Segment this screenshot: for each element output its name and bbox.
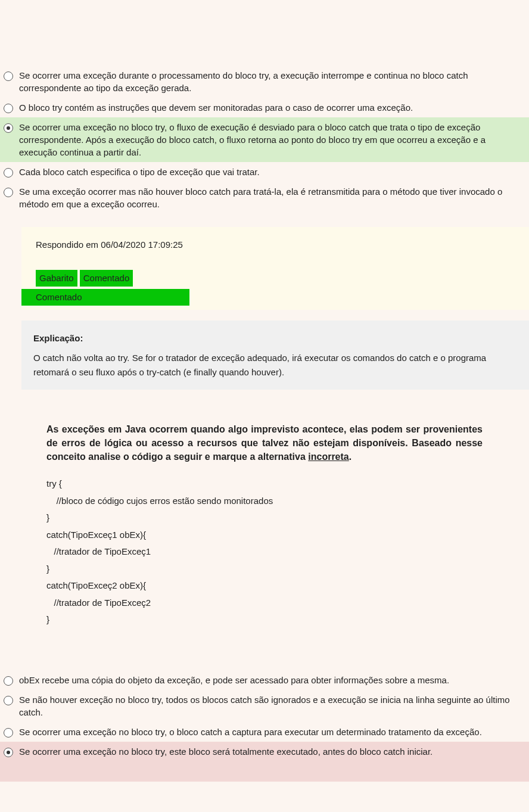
explanation-text: O catch não volta ao try. Se for o trata… xyxy=(33,351,517,379)
q1-option-1[interactable]: O bloco try contém as instruções que dev… xyxy=(0,98,529,117)
q1-option-2-correct[interactable]: Se ocorrer uma exceção no bloco try, o f… xyxy=(0,117,529,162)
q2-block: As exceções em Java ocorrem quando algo … xyxy=(0,390,529,646)
radio-icon xyxy=(4,188,13,197)
radio-icon xyxy=(4,104,13,113)
q2-option-2-text: Se ocorrer uma exceção no bloco try, o b… xyxy=(19,726,529,738)
q2-prompt-underline: incorreta xyxy=(308,452,348,462)
explanation-heading: Explicação: xyxy=(33,331,517,345)
q1-option-2-text: Se ocorrer uma exceção no bloco try, o f… xyxy=(19,121,529,158)
q2-option-3-text: Se ocorrer uma exceção no bloco try, est… xyxy=(19,745,529,758)
info-date: 06/04/2020 17:09:25 xyxy=(101,239,183,250)
comentado-badge-2: Comentado xyxy=(21,289,189,306)
radio-icon xyxy=(4,728,13,738)
q1-option-1-text: O bloco try contém as instruções que dev… xyxy=(19,101,529,114)
radio-icon xyxy=(4,168,13,178)
q1-answer-info: Respondido em 06/04/2020 17:09:25 Gabari… xyxy=(21,227,529,310)
q2-option-0-text: obEx recebe uma cópia do objeto da exceç… xyxy=(19,674,529,686)
q2-code: try { //bloco de código cujos erros estã… xyxy=(46,475,508,629)
q2-prompt-part1: As exceções em Java ocorrem quando algo … xyxy=(46,424,483,462)
gabarito-badge: Gabarito xyxy=(36,270,77,287)
q1-option-4-text: Se uma exceção ocorrer mas não houver bl… xyxy=(19,185,529,210)
radio-icon xyxy=(4,696,13,705)
q2-option-2[interactable]: Se ocorrer uma exceção no bloco try, o b… xyxy=(0,722,529,742)
info-label: Respondido em xyxy=(36,239,101,250)
q1-option-3[interactable]: Cada bloco catch especifica o tipo de ex… xyxy=(0,162,529,182)
radio-icon xyxy=(4,71,13,81)
comentado-badge: Comentado xyxy=(80,270,133,287)
q2-prompt-part3: . xyxy=(349,452,351,462)
q1-option-3-text: Cada bloco catch especifica o tipo de ex… xyxy=(19,166,529,178)
radio-selected-icon xyxy=(4,123,13,133)
radio-icon xyxy=(4,676,13,686)
q1-option-0[interactable]: Se ocorrer uma exceção durante o process… xyxy=(0,66,529,98)
q2-option-3-incorrect-selected[interactable]: Se ocorrer uma exceção no bloco try, est… xyxy=(0,742,529,782)
q2-option-1-text: Se não houver exceção no bloco try, todo… xyxy=(19,693,529,718)
q1-option-4[interactable]: Se uma exceção ocorrer mas não houver bl… xyxy=(0,182,529,214)
q2-prompt: As exceções em Java ocorrem quando algo … xyxy=(46,422,483,464)
q2-option-0[interactable]: obEx recebe uma cópia do objeto da exceç… xyxy=(0,670,529,690)
radio-selected-icon xyxy=(4,748,13,757)
q1-explanation: Explicação: O catch não volta ao try. Se… xyxy=(21,321,529,390)
q1-option-0-text: Se ocorrer uma exceção durante o process… xyxy=(19,69,529,94)
q2-option-1[interactable]: Se não houver exceção no bloco try, todo… xyxy=(0,690,529,722)
